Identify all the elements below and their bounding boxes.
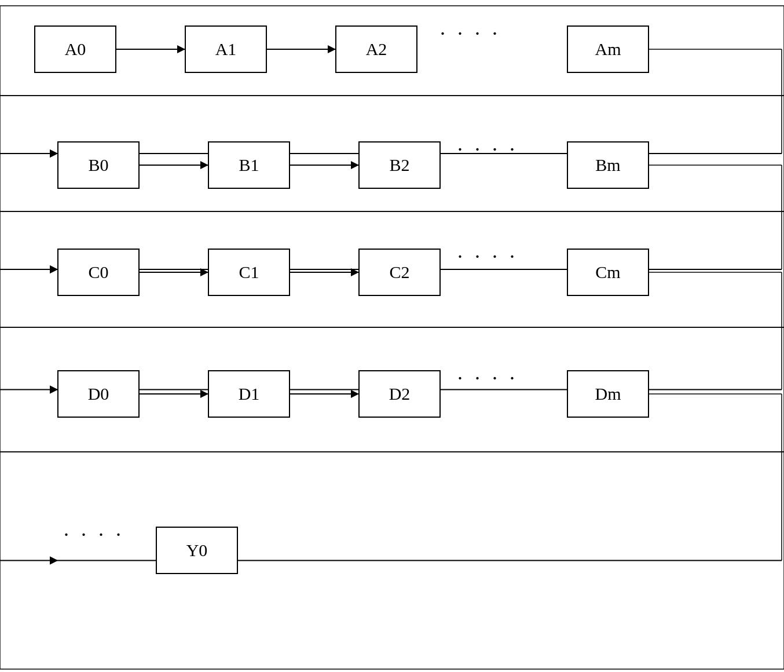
svg-text:Y0: Y0 bbox=[186, 540, 208, 560]
svg-text:· · · ·: · · · · bbox=[457, 138, 518, 161]
svg-marker-70 bbox=[200, 390, 208, 398]
svg-text:· · · ·: · · · · bbox=[457, 367, 518, 390]
svg-text:Dm: Dm bbox=[595, 384, 621, 403]
svg-marker-20 bbox=[50, 149, 58, 158]
svg-text:B2: B2 bbox=[389, 155, 409, 174]
svg-marker-30 bbox=[200, 161, 208, 169]
svg-text:D0: D0 bbox=[88, 384, 109, 403]
svg-marker-32 bbox=[351, 161, 359, 169]
svg-text:C0: C0 bbox=[88, 262, 108, 282]
svg-marker-60 bbox=[50, 386, 58, 394]
svg-marker-12 bbox=[328, 45, 336, 53]
svg-text:B1: B1 bbox=[239, 155, 259, 174]
svg-marker-40 bbox=[50, 265, 58, 273]
svg-text:Cm: Cm bbox=[595, 262, 620, 282]
svg-text:Am: Am bbox=[595, 39, 621, 59]
svg-text:· · · ·: · · · · bbox=[457, 245, 518, 268]
svg-text:Bm: Bm bbox=[595, 155, 620, 174]
diagram-svg: A0A1A2Am· · · ·B0B1B2Bm· · · ·C0C1C2Cm· … bbox=[0, 0, 784, 672]
svg-text:C1: C1 bbox=[239, 262, 259, 282]
svg-text:· · · ·: · · · · bbox=[64, 523, 124, 546]
svg-text:C2: C2 bbox=[389, 262, 409, 282]
svg-text:D2: D2 bbox=[389, 384, 411, 403]
svg-text:B0: B0 bbox=[88, 155, 108, 174]
svg-text:· · · ·: · · · · bbox=[440, 22, 501, 45]
svg-text:A2: A2 bbox=[366, 39, 387, 59]
svg-marker-10 bbox=[177, 45, 185, 53]
svg-text:A1: A1 bbox=[215, 39, 237, 59]
svg-text:D1: D1 bbox=[239, 384, 260, 403]
svg-text:A0: A0 bbox=[65, 39, 86, 59]
svg-marker-80 bbox=[50, 557, 58, 565]
diagram: A0A1A2Am· · · ·B0B1B2Bm· · · ·C0C1C2Cm· … bbox=[0, 0, 784, 672]
svg-marker-72 bbox=[351, 390, 359, 398]
